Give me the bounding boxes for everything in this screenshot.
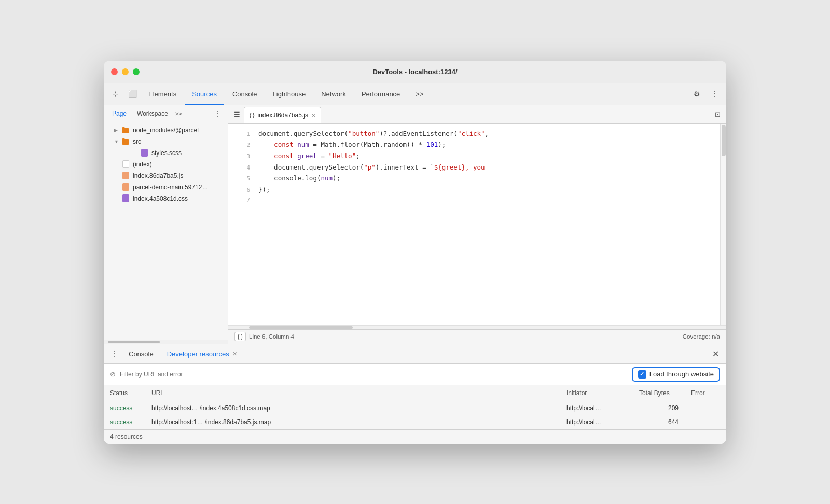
table-header: Status URL Initiator Total Bytes Error xyxy=(104,385,726,401)
td-url-1: http://localhost… /index.4a508c1d.css.ma… xyxy=(145,401,560,415)
line-num-5: 5 xyxy=(234,174,250,184)
maximize-button[interactable] xyxy=(133,68,140,75)
sidebar-tabs: Page Workspace >> ⋮ xyxy=(104,105,228,122)
cursor-icon-btn[interactable]: ⊹ xyxy=(108,87,123,101)
bottom-options-btn[interactable]: ⋮ xyxy=(108,347,121,360)
tab-lighthouse[interactable]: Lighthouse xyxy=(266,87,313,101)
line-num-2: 2 xyxy=(234,141,250,150)
bottom-tab-console[interactable]: Console xyxy=(122,346,160,361)
filter-input[interactable] xyxy=(120,371,628,378)
sidebar-scrollbar[interactable] xyxy=(104,340,228,344)
folder-icon-src xyxy=(121,137,130,146)
tab-more[interactable]: >> xyxy=(408,87,431,101)
th-error: Error xyxy=(685,387,726,399)
tree-item-styles-scss[interactable]: styles.scss xyxy=(104,147,228,159)
sidebar-options-btn[interactable]: ⋮ xyxy=(211,107,224,120)
code-view[interactable]: 1 document.querySelector("button")?.addE… xyxy=(228,124,720,325)
tree-label-node-modules: node_modules/@parcel xyxy=(133,127,199,134)
titlebar-buttons xyxy=(111,68,140,75)
load-through-label: Load through website xyxy=(649,370,714,378)
editor-right-icons: ⊡ xyxy=(711,107,724,121)
tree-item-index[interactable]: (index) xyxy=(104,159,228,170)
tree-item-index-css[interactable]: index.4a508c1d.css xyxy=(104,193,228,204)
th-url: URL xyxy=(145,387,560,399)
device-icon-btn[interactable]: ⬜ xyxy=(125,87,140,101)
line-num-3: 3 xyxy=(234,152,250,162)
tab-console[interactable]: Console xyxy=(225,87,265,101)
editor-vscroll[interactable] xyxy=(720,124,726,325)
line-col-status: Line 6, Column 4 xyxy=(249,333,294,340)
line-num-4: 4 xyxy=(234,163,250,173)
more-options-icon-btn[interactable]: ⋮ xyxy=(707,87,722,101)
svg-rect-3 xyxy=(122,138,125,141)
tree-label-parcel-demo: parcel-demo-main.59712… xyxy=(133,184,208,191)
editor-tab-filename: index.86da7ba5.js xyxy=(257,111,308,119)
td-status-1: success xyxy=(104,401,145,415)
code-line-5: 5 console.log(num); xyxy=(228,173,720,184)
tab-network[interactable]: Network xyxy=(314,87,353,101)
table-row[interactable]: success http://localhost… /index.4a508c1… xyxy=(104,401,726,415)
td-initiator-1: http://local… xyxy=(560,401,633,415)
file-icon-index-js xyxy=(121,172,130,180)
checkbox-check-icon: ✓ xyxy=(640,371,644,377)
sidebar-scrollbar-thumb[interactable] xyxy=(108,341,160,343)
minimize-button[interactable] xyxy=(122,68,129,75)
sidebar-tab-workspace[interactable]: Workspace xyxy=(133,108,172,119)
th-bytes: Total Bytes xyxy=(633,387,685,399)
window-title: DevTools - localhost:1234/ xyxy=(372,68,457,76)
vscroll-thumb[interactable] xyxy=(722,125,726,156)
devtools-window: DevTools - localhost:1234/ ⊹ ⬜ Elements … xyxy=(104,61,726,444)
tab-elements[interactable]: Elements xyxy=(141,87,184,101)
code-content-1: document.querySelector("button")?.addEve… xyxy=(258,128,489,139)
editor-tab-index-js[interactable]: { } index.86da7ba5.js ✕ xyxy=(244,107,321,123)
close-button[interactable] xyxy=(111,68,118,75)
tree-label-src: src xyxy=(133,138,141,145)
editor-tabs: ☰ { } index.86da7ba5.js ✕ ⊡ xyxy=(228,105,726,124)
bottom-tab-dev-resources[interactable]: Developer resources ✕ xyxy=(161,346,243,361)
editor-hscroll-thumb[interactable] xyxy=(249,326,353,329)
code-content-6: }); xyxy=(258,184,270,195)
sidebar-tab-page[interactable]: Page xyxy=(108,108,131,119)
filter-bar: ⊘ ✓ Load through website xyxy=(104,364,726,385)
format-btn[interactable]: { } xyxy=(234,332,246,341)
bottom-panel-close-btn[interactable]: ✕ xyxy=(709,347,722,360)
tree-label-index: (index) xyxy=(133,161,152,168)
th-status: Status xyxy=(104,387,145,399)
editor-tab-file-icon: { } xyxy=(250,113,254,118)
tab-performance[interactable]: Performance xyxy=(354,87,407,101)
tree-item-parcel-demo[interactable]: parcel-demo-main.59712… xyxy=(104,181,228,193)
editor-sidebar-toggle[interactable]: ☰ xyxy=(230,107,244,121)
dev-resources-close[interactable]: ✕ xyxy=(232,351,237,357)
td-initiator-2: http://local… xyxy=(560,415,633,429)
main-toolbar: ⊹ ⬜ Elements Sources Console Lighthouse … xyxy=(104,83,726,105)
tab-sources[interactable]: Sources xyxy=(185,87,224,101)
folder-arrow-node-modules xyxy=(114,127,119,133)
code-line-7: 7 xyxy=(228,195,720,205)
main-content: Page Workspace >> ⋮ node_modules/@parcel xyxy=(104,105,726,344)
code-line-6: 6 }); xyxy=(228,184,720,195)
editor-tab-close-btn[interactable]: ✕ xyxy=(311,113,315,118)
titlebar: DevTools - localhost:1234/ xyxy=(104,61,726,83)
table-row[interactable]: success http://localhost:1… /index.86da7… xyxy=(104,415,726,429)
tree-item-index-js[interactable]: index.86da7ba5.js xyxy=(104,170,228,181)
editor-panel-toggle[interactable]: ⊡ xyxy=(711,107,724,121)
td-error-2 xyxy=(685,415,726,429)
file-icon-styles-scss xyxy=(140,149,148,157)
sidebar-tab-more[interactable]: >> xyxy=(175,110,182,117)
load-through-website-area: ✓ Load through website xyxy=(632,367,720,382)
file-icon-parcel-demo xyxy=(121,183,130,191)
settings-icon-btn[interactable]: ⚙ xyxy=(689,87,704,101)
code-line-4: 4 document.querySelector("p").innerText … xyxy=(228,162,720,173)
line-num-7: 7 xyxy=(234,195,250,205)
td-status-2: success xyxy=(104,415,145,429)
tree-item-src[interactable]: src xyxy=(104,136,228,147)
code-content-5: console.log(num); xyxy=(258,173,340,184)
bottom-tabs: ⋮ Console Developer resources ✕ ✕ xyxy=(104,344,726,364)
bottom-footer: 4 resources xyxy=(104,429,726,444)
tree-label-index-css: index.4a508c1d.css xyxy=(133,195,188,202)
code-and-scrollbar: 1 document.querySelector("button")?.addE… xyxy=(228,124,726,325)
load-through-checkbox[interactable]: ✓ xyxy=(638,370,646,379)
tree-item-node-modules[interactable]: node_modules/@parcel xyxy=(104,124,228,136)
editor-hscroll[interactable] xyxy=(228,325,726,329)
resource-count: 4 resources xyxy=(110,433,143,440)
